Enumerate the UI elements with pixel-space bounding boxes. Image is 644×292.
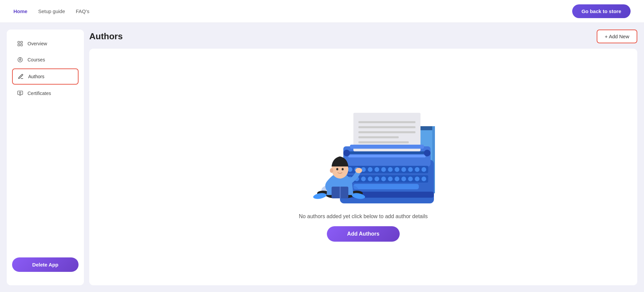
svg-rect-0 <box>18 41 19 43</box>
svg-point-48 <box>375 177 379 181</box>
svg-rect-1 <box>21 41 22 43</box>
empty-state-message: No authors added yet click below to add … <box>299 213 428 220</box>
svg-point-38 <box>395 167 399 172</box>
svg-rect-24 <box>358 141 409 143</box>
go-back-button[interactable]: Go back to store <box>572 4 631 18</box>
svg-rect-2 <box>18 44 19 46</box>
svg-rect-7 <box>18 91 23 95</box>
svg-point-36 <box>381 167 386 172</box>
svg-point-35 <box>375 167 379 172</box>
nav-setup[interactable]: Setup guide <box>38 8 65 14</box>
svg-rect-20 <box>358 121 415 123</box>
svg-point-34 <box>368 167 373 172</box>
certificates-icon <box>17 90 23 97</box>
svg-point-54 <box>415 177 419 181</box>
svg-rect-3 <box>21 44 22 46</box>
add-new-button[interactable]: + Add New <box>597 30 637 43</box>
page-title: Authors <box>89 31 123 42</box>
svg-point-28 <box>343 150 350 156</box>
svg-point-40 <box>408 167 413 172</box>
nav-home[interactable]: Home <box>13 8 28 14</box>
svg-point-47 <box>368 177 373 181</box>
content-card: No authors added yet click below to add … <box>89 49 637 285</box>
sidebar: Overview Courses <box>7 30 84 285</box>
svg-point-53 <box>408 177 413 181</box>
svg-point-66 <box>336 168 338 170</box>
svg-point-49 <box>381 177 386 181</box>
svg-rect-26 <box>347 151 427 154</box>
svg-point-46 <box>361 177 366 181</box>
nav-links: Home Setup guide FAQ's <box>13 8 89 14</box>
svg-point-50 <box>388 177 393 181</box>
content-area: Authors + Add New <box>89 30 637 285</box>
svg-point-51 <box>395 177 399 181</box>
svg-rect-56 <box>353 184 419 189</box>
svg-rect-27 <box>348 155 426 157</box>
overview-icon <box>17 40 23 47</box>
sidebar-item-certificates-label: Certificates <box>28 91 51 96</box>
svg-point-41 <box>415 167 419 172</box>
svg-point-67 <box>342 168 344 170</box>
svg-rect-25 <box>350 145 424 149</box>
sidebar-item-overview-label: Overview <box>28 41 47 46</box>
nav-faq[interactable]: FAQ's <box>76 8 89 14</box>
delete-app-button[interactable]: Delete App <box>12 257 79 272</box>
sidebar-item-authors-label: Authors <box>28 74 44 79</box>
authors-illustration <box>283 93 444 207</box>
sidebar-item-courses-label: Courses <box>28 57 45 62</box>
svg-point-29 <box>424 150 431 156</box>
main-layout: Overview Courses <box>0 23 644 292</box>
svg-point-68 <box>330 168 333 173</box>
sidebar-item-authors[interactable]: Authors <box>12 68 79 85</box>
empty-state: No authors added yet click below to add … <box>283 93 444 242</box>
svg-rect-21 <box>358 126 415 128</box>
sidebar-items: Overview Courses <box>7 36 84 102</box>
sidebar-item-overview[interactable]: Overview <box>12 36 79 51</box>
sidebar-item-courses[interactable]: Courses <box>12 52 79 67</box>
svg-rect-23 <box>358 136 399 138</box>
content-header: Authors + Add New <box>89 30 637 43</box>
svg-point-8 <box>19 92 21 94</box>
svg-rect-64 <box>340 187 341 198</box>
top-nav: Home Setup guide FAQ's Go back to store <box>0 0 644 23</box>
svg-rect-22 <box>358 131 415 133</box>
svg-point-55 <box>422 177 426 181</box>
authors-icon <box>17 73 24 80</box>
svg-point-39 <box>401 167 406 172</box>
svg-point-69 <box>355 168 362 173</box>
sidebar-item-certificates[interactable]: Certificates <box>12 86 79 101</box>
courses-icon <box>17 56 23 63</box>
add-authors-button[interactable]: Add Authors <box>327 226 399 242</box>
svg-point-5 <box>19 59 21 61</box>
svg-point-37 <box>388 167 393 172</box>
svg-point-31 <box>348 167 352 172</box>
svg-point-42 <box>422 167 426 172</box>
svg-point-52 <box>401 177 406 181</box>
